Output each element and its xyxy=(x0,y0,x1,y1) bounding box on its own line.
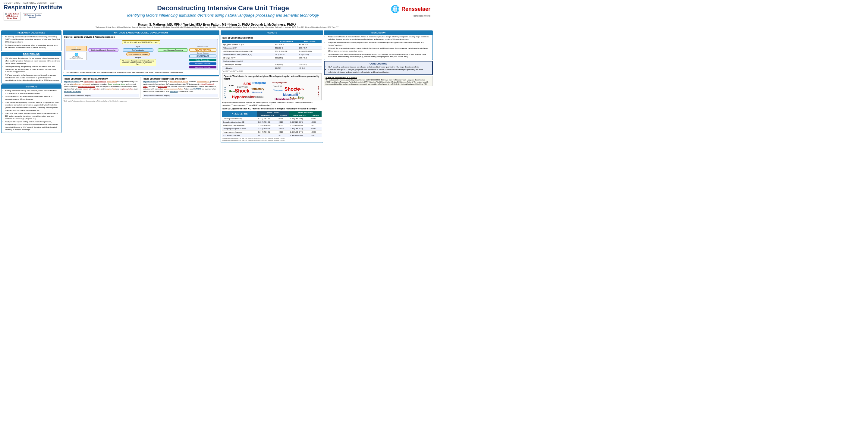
list-item: Analysis: Chi-square testing and multiva… xyxy=(5,121,60,131)
col-header-reject: Reject (N=487) xyxy=(299,40,321,43)
list-item: Captured through NLP analysis, prognosis… xyxy=(329,68,431,73)
td-accept: 361 (51.4) xyxy=(274,46,299,50)
table-row: ICU "Accept" Decision --- --- 0.99 (0.69… xyxy=(222,134,321,137)
wc-container: ACCEPT SIRS Transplant CPR Drain/PICC Fa… xyxy=(224,81,320,101)
td-pred: UHC Expected Mortality xyxy=(222,117,257,121)
td-p-m: <0.001 xyxy=(310,130,321,134)
conclusions-list: NLP modeling and semantics can be valuab… xyxy=(326,66,431,73)
fig3-text: 53 year old female with history of metas… xyxy=(143,81,218,93)
col-header-label xyxy=(222,40,274,43)
rpi-logo: Rensselaer xyxy=(401,6,430,12)
td-reject: 45 (9.8) xyxy=(299,66,321,70)
wc-word: Metastatic xyxy=(252,91,263,94)
list-item: Next steps include additional analysis o… xyxy=(328,53,431,58)
main-content: RESEARCH OBJECTIVES To develop a semanti… xyxy=(0,29,434,213)
output-label: Output xyxy=(135,57,141,59)
table1: Accept (N=703) Reject (N=487) Age, years… xyxy=(222,40,321,70)
list-item: Data source: Prospectively collected Med… xyxy=(5,101,60,112)
human-corr-node: Human correction & validation xyxy=(126,53,150,56)
clinical-notes-label: Clinical Notes xyxy=(67,49,86,50)
td-accept: 0.54 (0.01-0.23) xyxy=(274,50,299,53)
header-center: Deconstructing Intensive Care Unit Triag… xyxy=(70,4,376,18)
list-item: Domain-specific resources combined with … xyxy=(67,71,218,73)
clinical-notes-node: 📄 Clinical Notes xyxy=(66,46,87,51)
td-or-m: 1.79 (1.61-1.98) xyxy=(289,117,310,121)
hl-htn: hypertension xyxy=(84,81,93,83)
td-or-t: --- xyxy=(257,134,278,137)
td-pred: Poor prognosis per ICU team xyxy=(222,127,257,130)
main-title: Deconstructing Intensive Care Unit Triag… xyxy=(73,4,373,12)
td-reject: 0.45 (0.00-0.19) xyxy=(299,50,321,53)
td-p-m: <0.001 xyxy=(310,117,321,121)
wc-reject-words: Shock Trach/PEG Transplant SIRS CPR Meta… xyxy=(273,84,315,101)
td-label: Age, years (mean ± SD)*** xyxy=(222,43,274,46)
td-label: Male gender (%)* xyxy=(222,46,274,50)
list-item: NLP and semantic technology can be used … xyxy=(5,74,60,82)
list-item: Study population: All adult patients ref… xyxy=(5,95,60,100)
sub-title: Identifying factors influencing admissio… xyxy=(73,13,373,18)
auto-profiling-output: Automatic Profiling xyxy=(189,66,216,68)
wc-accept: SIRS Transplant CPR Drain/PICC Family Sh… xyxy=(228,81,271,101)
accept-label: ACCEPT xyxy=(224,86,227,98)
wikipedia-node: 🌐 WIKIPEDIA The Free Encyclopedia xyxy=(66,52,87,60)
td-p-m: <0.001 xyxy=(310,127,321,130)
wordcloud-area: Figure 4: Word clouds for emergent descr… xyxy=(222,73,321,100)
nlp-node: Natural Language Processing xyxy=(158,48,188,52)
table-row: Discharge disposition (%) xyxy=(222,60,321,63)
wc-word: Shock xyxy=(235,88,249,94)
pipeline-flow: Input Distributional Semantic Computatio… xyxy=(88,46,188,66)
td-or-m: 0.43 (0.29-0.64) xyxy=(289,120,310,124)
header: MOUNT SINAI - NATIONAL JEWISH HEALTH Res… xyxy=(0,0,434,22)
ack-title: ACKNOWLEDGEMENTS & FUNDING xyxy=(326,76,431,79)
list-item: Setting: Academic tertiary care hospital… xyxy=(5,90,60,95)
td-or-t: 0.64 (0.45-0.91) xyxy=(257,130,278,134)
td-accept: 55 (7.8) xyxy=(274,66,299,70)
td-or-t: 1.12 (1.04-1.21) xyxy=(257,117,278,121)
table-row: Poor prognosis per ICU team 0.22 (0.13-0… xyxy=(222,127,321,130)
hl-pulm-met: pulmonary metastasis xyxy=(73,83,90,85)
col-predictors: Predictors (n=892) xyxy=(222,111,257,117)
research-objectives-box: RESEARCH OBJECTIVES To develop a semanti… xyxy=(1,30,61,51)
background-header: BACKGROUND xyxy=(1,52,61,56)
fig3-annotation-diagram: [Entity/Relation annotation diagram] xyxy=(143,94,218,97)
table-row: • Hospice 55 (7.8) 45 (9.8) xyxy=(222,66,321,70)
table-row: Age, years (mean ± SD)*** 59.3 ± 16.6 64… xyxy=(222,43,321,46)
allacronyms-node: ALLACRONYMS xyxy=(189,48,216,52)
nlp-content: Figure 1: Semantic analysis & Acronym ex… xyxy=(63,35,219,75)
table1-body: Age, years (mean ± SD)*** 59.3 ± 16.6 64… xyxy=(222,43,321,70)
acknowledgements-box: ACKNOWLEDGEMENTS & FUNDING The study des… xyxy=(324,76,433,86)
text-norm-node: Text Normalization xyxy=(123,48,153,52)
hl-asp-pna: aspiration pneumonia xyxy=(78,86,95,87)
table2-body: UHC Expected Mortality 1.12 (1.04-1.21) … xyxy=(222,117,321,137)
td-reject: 188 (45.4) xyxy=(299,56,321,60)
td-p-t: <0.001 xyxy=(278,127,290,130)
table2-title: Table 2: Logit models for ICU "accept" d… xyxy=(222,107,321,110)
table-row: Known cancer diagnosis 0.64 (0.45-0.91) … xyxy=(222,130,321,134)
td-pred: Pre-existing care limitations xyxy=(222,124,257,127)
output-text-box: "61 year old Male patient with history o… xyxy=(120,59,156,66)
nlp-bullets-list: Domain-specific resources combined with … xyxy=(64,71,218,73)
col-header-accept: Accept (N=703) xyxy=(274,40,299,43)
td-accept: 0.8 (0.3-4.9) xyxy=(274,53,299,56)
td-p-m: 0.961 xyxy=(310,134,321,137)
list-item: Subjective assessments of overall progno… xyxy=(328,41,431,46)
reject-label: REJECT xyxy=(317,86,320,98)
fig4-title: Figure 4: Word clouds for emergent descr… xyxy=(224,75,320,80)
figure1-area: Figure 1: Semantic analysis & Acronym ex… xyxy=(64,36,218,74)
table2-header-row: Predictors (n=892) Model: Triage‡ Model:… xyxy=(222,111,321,114)
td-or-t: 0.22 (0.13-0.36) xyxy=(257,127,278,130)
wikipedia-icon: 🌐 xyxy=(67,53,86,56)
td-discharge-label: Discharge disposition (%) xyxy=(222,60,321,63)
fig2-box: Figure 2: Sample "Accept" case annotatio… xyxy=(63,76,141,98)
fig2-annotation-diagram: [Entity/Relation annotation diagram] xyxy=(64,94,139,97)
background-content: ICU admission decisions can hinge on rap… xyxy=(1,56,61,83)
entity-recognition-output: Entity Recognition xyxy=(189,59,216,61)
nlp-box: NATURAL LANGUAGE MODEL DEVELOPMENT Figur… xyxy=(63,30,219,76)
methods-header: METHODS xyxy=(1,85,61,89)
td-p-t: 0.008 xyxy=(278,124,290,127)
pipeline-diagram: "61 y.o. M pt with hx of COPD, HTN, ... … xyxy=(64,39,218,70)
cases-row: Figure 2: Sample "Accept" case annotatio… xyxy=(63,76,219,98)
td-reject: 64.0 ± 16.2 xyxy=(299,43,321,46)
hl-hyperlip: hyperlipidemia xyxy=(95,81,106,83)
list-item: NLP modeling and semantics can be valuab… xyxy=(329,66,431,68)
